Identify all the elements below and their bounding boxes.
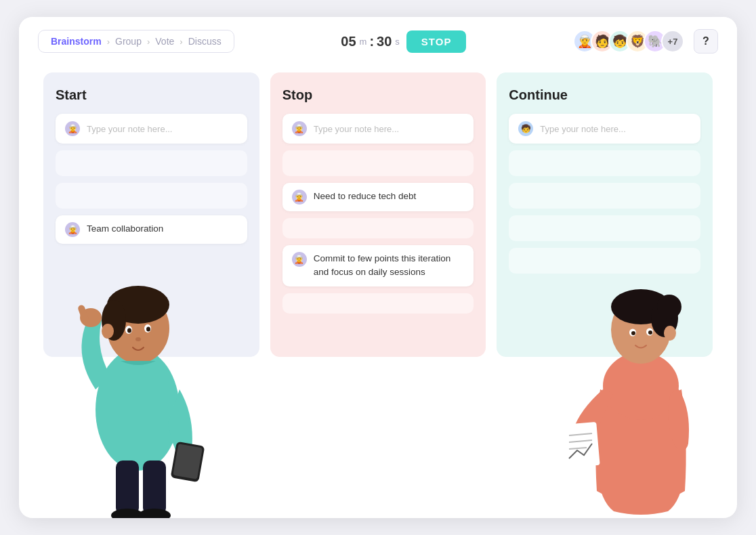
stop-blob-1: [282, 150, 474, 176]
stop-note-techdebt[interactable]: 🧝 Need to reduce tech debt: [282, 183, 474, 211]
svg-rect-15: [116, 461, 139, 515]
note-input-placeholder-start: Type your note here...: [87, 124, 172, 134]
columns-area: Start 🧝 Type your note here... 🧝 Team co…: [19, 72, 737, 357]
timer-area: 05m : 30s STOP: [341, 30, 466, 53]
continue-blob-4: [509, 248, 700, 274]
column-start: Start 🧝 Type your note here... 🧝 Team co…: [43, 72, 259, 357]
breadcrumb-vote[interactable]: Vote: [155, 36, 174, 47]
timer-colon: :: [369, 34, 374, 49]
column-continue: Continue 🧒 Type your note here...: [497, 72, 713, 357]
avatar-more: +7: [661, 30, 684, 53]
note-input-placeholder-stop: Type your note here...: [314, 124, 399, 134]
svg-point-18: [138, 509, 171, 518]
column-stop-title: Stop: [282, 87, 474, 103]
timer-display: 05m : 30s: [341, 34, 400, 49]
stop-commit-text: Commit to few points this iteration and …: [314, 252, 465, 280]
avatar-group: 🧝 🧑 🧒 🦁 🐘 +7: [573, 30, 684, 53]
timer-seconds-unit: s: [395, 37, 400, 47]
continue-blob-1: [509, 150, 700, 176]
timer-minutes-unit: m: [360, 37, 367, 47]
app-container: Brainstorm › Group › Vote › Discuss 05m …: [19, 17, 737, 518]
help-button[interactable]: ?: [694, 29, 718, 53]
svg-rect-30: [561, 422, 600, 468]
stop-techdebt-text: Need to reduce tech debt: [314, 190, 465, 203]
input-avatar-start: 🧝: [65, 121, 80, 136]
stop-blob-3: [282, 293, 474, 314]
stop-note-commit[interactable]: 🧝 Commit to few points this iteration an…: [282, 245, 474, 286]
continue-blob-3: [509, 215, 700, 241]
breadcrumb-brainstorm[interactable]: Brainstorm: [51, 36, 102, 47]
svg-rect-13: [171, 442, 205, 482]
header: Brainstorm › Group › Vote › Discuss 05m …: [19, 17, 737, 66]
stop-techdebt-avatar: 🧝: [292, 190, 307, 205]
note-input-placeholder-continue: Type your note here...: [540, 124, 625, 134]
note-input-stop[interactable]: 🧝 Type your note here...: [282, 114, 474, 144]
continue-blob-2: [509, 183, 700, 209]
start-note-text: Team collaboration: [87, 222, 238, 236]
input-avatar-stop: 🧝: [292, 121, 307, 136]
svg-rect-14: [173, 444, 203, 479]
breadcrumb-group[interactable]: Group: [115, 36, 142, 47]
svg-line-32: [569, 440, 592, 442]
svg-point-19: [603, 352, 679, 420]
note-input-continue[interactable]: 🧒 Type your note here...: [509, 114, 700, 144]
stop-commit-avatar: 🧝: [292, 252, 307, 267]
breadcrumb-sep-2: ›: [147, 37, 150, 47]
svg-line-33: [569, 448, 587, 449]
column-stop: Stop 🧝 Type your note here... 🧝 Need to …: [270, 72, 486, 357]
breadcrumb: Brainstorm › Group › Vote › Discuss: [38, 30, 234, 53]
svg-point-17: [111, 509, 144, 518]
breadcrumb-sep-1: ›: [107, 37, 110, 47]
column-start-title: Start: [56, 87, 247, 103]
breadcrumb-discuss[interactable]: Discuss: [188, 36, 222, 47]
column-continue-title: Continue: [509, 87, 700, 103]
note-input-start[interactable]: 🧝 Type your note here...: [56, 114, 247, 144]
stop-button[interactable]: STOP: [406, 30, 467, 53]
input-avatar-continue: 🧒: [518, 121, 533, 136]
stop-blob-2: [282, 218, 474, 238]
svg-rect-16: [143, 461, 166, 515]
breadcrumb-sep-3: ›: [180, 37, 182, 47]
start-blob-1: [56, 150, 247, 176]
timer-seconds: 30: [377, 34, 392, 49]
start-blob-2: [56, 183, 247, 209]
header-right: 🧝 🧑 🧒 🦁 🐘 +7 ?: [573, 29, 718, 53]
svg-point-0: [96, 349, 180, 471]
svg-line-31: [569, 433, 592, 435]
timer-minutes: 05: [341, 34, 356, 49]
start-note-team[interactable]: 🧝 Team collaboration: [56, 215, 247, 244]
start-note-avatar: 🧝: [65, 222, 80, 237]
